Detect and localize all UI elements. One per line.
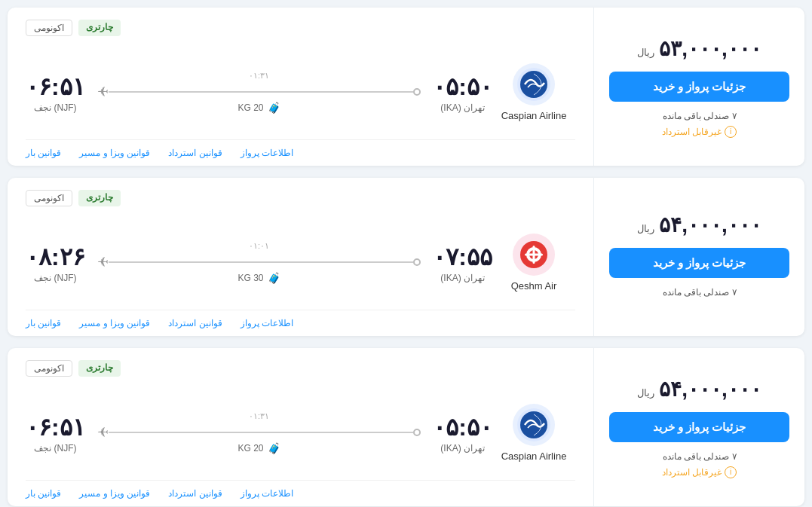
badge-economy: اکونومی	[26, 360, 72, 377]
baggage-rules-link[interactable]: قوانین بار	[26, 488, 61, 499]
footer-links: اطلاعات پرواز قوانین استرداد قوانین ویزا…	[26, 139, 575, 166]
baggage-rules-link[interactable]: قوانین بار	[26, 148, 61, 158]
badges-row: چارتری اکونومی	[26, 360, 575, 377]
price-amount: ۵۳,۰۰۰,۰۰۰	[659, 36, 761, 61]
price-row: ۵۳,۰۰۰,۰۰۰ ریال	[637, 36, 761, 61]
flight-line: ۰۱:۳۱ ✈ 🧳 20 KG	[85, 411, 434, 454]
airline-name: Qeshm Air	[511, 280, 557, 292]
footer-links: اطلاعات پرواز قوانین استرداد قوانین ویزا…	[26, 310, 575, 336]
badge-economy: اکونومی	[26, 190, 72, 206]
buy-button[interactable]: جزئیات پرواز و خرید	[609, 72, 789, 102]
non-refundable-text: غیرقابل استرداد	[662, 467, 722, 478]
seats-remaining: ۷ صندلی باقی مانده	[663, 287, 737, 298]
price-row: ۵۴,۰۰۰,۰۰۰ ریال	[637, 212, 761, 237]
departure-info: ۰۵:۵۰ تهران (IKA)	[433, 413, 492, 454]
arrival-city: (NJF) نجف	[34, 102, 76, 113]
flight-info-link[interactable]: اطلاعات پرواز	[241, 318, 293, 328]
flight-info-link[interactable]: اطلاعات پرواز	[241, 488, 293, 499]
seats-remaining: ۷ صندلی باقی مانده	[663, 451, 737, 462]
refund-link[interactable]: قوانین استرداد	[168, 318, 222, 328]
duration-label: ۰۱:۰۱	[249, 241, 269, 251]
info-icon: i	[725, 126, 737, 138]
visa-link[interactable]: قوانین ویزا و مسیر	[79, 488, 150, 499]
flight-line: ۰۱:۳۱ ✈ 🧳 20 KG	[85, 71, 434, 114]
visa-link[interactable]: قوانین ویزا و مسیر	[79, 318, 150, 328]
duration-label: ۰۱:۳۱	[249, 71, 269, 81]
baggage-icon: 🧳	[268, 272, 280, 284]
plane-icon: ✈	[97, 424, 109, 441]
route-bar	[109, 91, 414, 93]
non-refundable-label[interactable]: i غیرقابل استرداد	[662, 126, 737, 138]
arrival-info: ۰۸:۲۶ (NJF) نجف	[26, 243, 85, 283]
refund-link[interactable]: قوانین استرداد	[168, 488, 222, 499]
flight-info-link[interactable]: اطلاعات پرواز	[241, 148, 293, 158]
departure-info: ۰۵:۵۰ تهران (IKA)	[433, 72, 492, 113]
departure-city: تهران (IKA)	[440, 273, 485, 283]
route-bar	[109, 261, 414, 263]
badge-charter: چارتری	[78, 20, 121, 36]
baggage-row: 🧳 20 KG	[237, 442, 280, 454]
arrival-time: ۰۸:۲۶	[26, 243, 85, 271]
airline-logo	[513, 63, 555, 105]
right-panel: چارتری اکونومی Caspian Airline ۰۵:۵۰ تهر…	[8, 348, 593, 506]
flight-route-line: ✈	[97, 84, 421, 100]
origin-dot	[413, 429, 421, 436]
buy-button[interactable]: جزئیات پرواز و خرید	[609, 248, 789, 278]
refund-link[interactable]: قوانین استرداد	[168, 148, 222, 158]
flight-card-1: ۵۳,۰۰۰,۰۰۰ ریال جزئیات پرواز و خرید ۷ صن…	[8, 8, 804, 166]
flight-details: Caspian Airline ۰۵:۵۰ تهران (IKA) ۰۱:۳۱ …	[26, 386, 575, 480]
baggage-row: 🧳 20 KG	[237, 102, 280, 114]
price-row: ۵۴,۰۰۰,۰۰۰ ریال	[637, 377, 761, 402]
departure-city: تهران (IKA)	[440, 443, 485, 454]
flight-card-3: ۵۴,۰۰۰,۰۰۰ ریال جزئیات پرواز و خرید ۷ صن…	[8, 348, 804, 506]
arrival-info: ۰۶:۵۱ (NJF) نجف	[26, 413, 85, 454]
airline-info: Qeshm Air	[492, 234, 575, 292]
baggage-icon: 🧳	[268, 442, 280, 454]
badge-economy: اکونومی	[26, 20, 72, 36]
non-refundable-label[interactable]: i غیرقابل استرداد	[662, 466, 737, 478]
non-refundable-text: غیرقابل استرداد	[662, 127, 722, 137]
plane-icon: ✈	[97, 84, 109, 100]
arrival-info: ۰۶:۵۱ (NJF) نجف	[26, 72, 85, 113]
svg-rect-7	[533, 246, 535, 264]
badge-charter: چارتری	[78, 190, 121, 206]
departure-time: ۰۵:۵۰	[433, 413, 492, 441]
price-currency: ریال	[637, 223, 654, 234]
left-panel: ۵۳,۰۰۰,۰۰۰ ریال جزئیات پرواز و خرید ۷ صن…	[593, 8, 804, 166]
buy-button[interactable]: جزئیات پرواز و خرید	[609, 412, 789, 442]
price-currency: ریال	[637, 47, 654, 58]
plane-icon: ✈	[97, 254, 109, 270]
price-currency: ریال	[637, 387, 654, 399]
right-panel: چارتری اکونومی Caspian Airline ۰۵:۵۰ تهر…	[8, 8, 593, 166]
airline-logo	[513, 404, 555, 446]
visa-link[interactable]: قوانین ویزا و مسیر	[79, 148, 150, 158]
arrival-time: ۰۶:۵۱	[26, 72, 85, 101]
arrival-city: (NJF) نجف	[34, 443, 76, 454]
departure-time: ۰۷:۵۵	[433, 243, 492, 271]
departure-time: ۰۵:۵۰	[433, 72, 492, 101]
flight-details: Caspian Airline ۰۵:۵۰ تهران (IKA) ۰۱:۳۱ …	[26, 45, 575, 139]
baggage-weight: 20 KG	[237, 443, 263, 454]
right-panel: چارتری اکونومی Qeshm Air ۰۷:۵۵ تهران (IK…	[8, 178, 593, 336]
badges-row: چارتری اکونومی	[26, 20, 575, 36]
left-panel: ۵۴,۰۰۰,۰۰۰ ریال جزئیات پرواز و خرید ۷ صن…	[593, 348, 804, 506]
origin-dot	[413, 258, 421, 266]
origin-dot	[413, 88, 421, 96]
baggage-icon: 🧳	[268, 102, 280, 114]
flight-route-line: ✈	[97, 424, 421, 441]
airline-info: Caspian Airline	[492, 404, 575, 462]
baggage-weight: 30 KG	[237, 273, 263, 283]
flight-route-line: ✈	[97, 254, 421, 270]
badges-row: چارتری اکونومی	[26, 190, 575, 206]
info-icon: i	[725, 466, 737, 478]
badge-charter: چارتری	[78, 360, 121, 377]
airline-name: Caspian Airline	[501, 450, 567, 462]
baggage-rules-link[interactable]: قوانین بار	[26, 318, 61, 328]
seats-remaining: ۷ صندلی باقی مانده	[663, 111, 737, 121]
airline-name: Caspian Airline	[501, 110, 567, 121]
arrival-city: (NJF) نجف	[34, 273, 76, 283]
left-panel: ۵۴,۰۰۰,۰۰۰ ریال جزئیات پرواز و خرید ۷ صن…	[593, 178, 804, 336]
arrival-time: ۰۶:۵۱	[26, 413, 85, 441]
price-amount: ۵۴,۰۰۰,۰۰۰	[659, 377, 761, 402]
flight-card-2: ۵۴,۰۰۰,۰۰۰ ریال جزئیات پرواز و خرید ۷ صن…	[8, 178, 804, 336]
